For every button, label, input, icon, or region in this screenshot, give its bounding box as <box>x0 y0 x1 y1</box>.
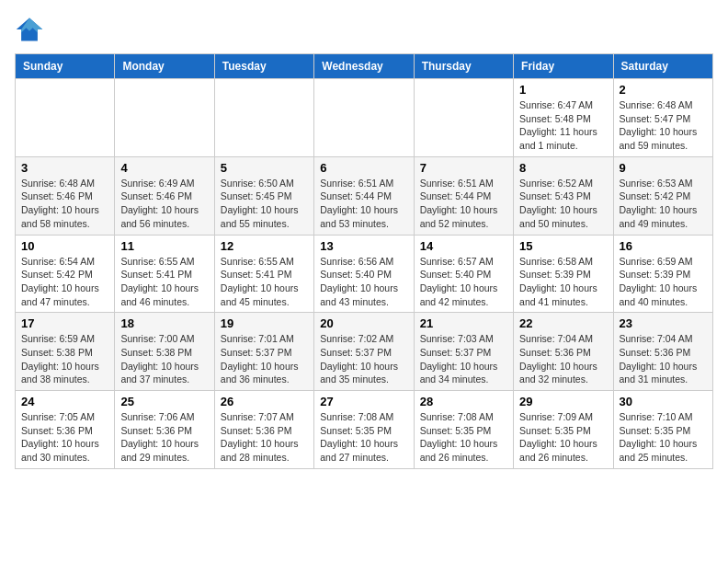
calendar-cell: 9Sunrise: 6:53 AM Sunset: 5:42 PM Daylig… <box>613 156 712 235</box>
calendar-cell <box>115 79 214 157</box>
day-info: Sunrise: 7:05 AM Sunset: 5:36 PM Dayligh… <box>21 410 108 465</box>
calendar-cell: 23Sunrise: 7:04 AM Sunset: 5:36 PM Dayli… <box>613 313 712 391</box>
day-info: Sunrise: 7:01 AM Sunset: 5:37 PM Dayligh… <box>221 332 308 386</box>
day-info: Sunrise: 6:55 AM Sunset: 5:41 PM Dayligh… <box>221 255 308 309</box>
day-info: Sunrise: 6:51 AM Sunset: 5:44 PM Dayligh… <box>420 177 507 231</box>
calendar-cell: 29Sunrise: 7:09 AM Sunset: 5:35 PM Dayli… <box>514 391 613 469</box>
calendar-cell: 13Sunrise: 6:56 AM Sunset: 5:40 PM Dayli… <box>314 235 414 313</box>
day-info: Sunrise: 7:06 AM Sunset: 5:36 PM Dayligh… <box>120 410 208 465</box>
day-info: Sunrise: 6:48 AM Sunset: 5:46 PM Dayligh… <box>21 177 108 231</box>
day-number: 26 <box>221 395 308 408</box>
calendar-cell: 22Sunrise: 7:04 AM Sunset: 5:36 PM Dayli… <box>514 313 613 391</box>
calendar-cell: 15Sunrise: 6:58 AM Sunset: 5:39 PM Dayli… <box>514 235 613 313</box>
day-number: 29 <box>519 395 607 408</box>
calendar-cell: 10Sunrise: 6:54 AM Sunset: 5:42 PM Dayli… <box>16 235 115 313</box>
calendar-week-row: 3Sunrise: 6:48 AM Sunset: 5:46 PM Daylig… <box>16 156 713 235</box>
calendar-cell: 12Sunrise: 6:55 AM Sunset: 5:41 PM Dayli… <box>214 235 313 313</box>
logo-icon <box>15 15 44 44</box>
day-number: 2 <box>620 83 707 97</box>
day-number: 14 <box>420 239 507 253</box>
calendar-cell: 3Sunrise: 6:48 AM Sunset: 5:46 PM Daylig… <box>16 156 115 235</box>
day-number: 22 <box>519 316 607 330</box>
day-info: Sunrise: 7:08 AM Sunset: 5:35 PM Dayligh… <box>320 410 407 465</box>
day-number: 13 <box>320 239 407 253</box>
day-number: 9 <box>620 161 707 175</box>
day-info: Sunrise: 6:55 AM Sunset: 5:41 PM Dayligh… <box>120 255 208 309</box>
day-info: Sunrise: 6:59 AM Sunset: 5:39 PM Dayligh… <box>620 255 707 309</box>
calendar-week-row: 10Sunrise: 6:54 AM Sunset: 5:42 PM Dayli… <box>16 235 713 313</box>
day-number: 27 <box>320 395 407 408</box>
calendar-cell: 30Sunrise: 7:10 AM Sunset: 5:35 PM Dayli… <box>613 391 712 469</box>
day-of-week-header: Thursday <box>414 54 513 79</box>
day-info: Sunrise: 6:59 AM Sunset: 5:38 PM Dayligh… <box>21 332 108 386</box>
calendar-cell: 20Sunrise: 7:02 AM Sunset: 5:37 PM Dayli… <box>314 313 414 391</box>
day-of-week-header: Saturday <box>613 54 712 79</box>
calendar-cell: 6Sunrise: 6:51 AM Sunset: 5:44 PM Daylig… <box>314 156 414 235</box>
day-info: Sunrise: 6:47 AM Sunset: 5:48 PM Dayligh… <box>519 98 607 153</box>
calendar-cell <box>414 79 513 157</box>
day-of-week-header: Wednesday <box>314 54 414 79</box>
day-number: 12 <box>221 239 308 253</box>
day-of-week-header: Monday <box>115 54 214 79</box>
calendar-cell: 24Sunrise: 7:05 AM Sunset: 5:36 PM Dayli… <box>16 391 115 469</box>
day-info: Sunrise: 6:52 AM Sunset: 5:43 PM Dayligh… <box>519 177 607 231</box>
calendar-cell: 7Sunrise: 6:51 AM Sunset: 5:44 PM Daylig… <box>414 156 513 235</box>
day-info: Sunrise: 6:56 AM Sunset: 5:40 PM Dayligh… <box>320 255 407 309</box>
day-info: Sunrise: 7:00 AM Sunset: 5:38 PM Dayligh… <box>120 332 208 386</box>
calendar-cell: 28Sunrise: 7:08 AM Sunset: 5:35 PM Dayli… <box>414 391 513 469</box>
day-number: 6 <box>320 161 407 175</box>
day-number: 3 <box>21 161 108 175</box>
calendar-cell: 4Sunrise: 6:49 AM Sunset: 5:46 PM Daylig… <box>115 156 214 235</box>
day-info: Sunrise: 7:04 AM Sunset: 5:36 PM Dayligh… <box>620 332 707 386</box>
calendar-week-row: 1Sunrise: 6:47 AM Sunset: 5:48 PM Daylig… <box>16 79 713 157</box>
day-info: Sunrise: 6:57 AM Sunset: 5:40 PM Dayligh… <box>420 255 507 309</box>
calendar-cell: 21Sunrise: 7:03 AM Sunset: 5:37 PM Dayli… <box>414 313 513 391</box>
day-info: Sunrise: 6:48 AM Sunset: 5:47 PM Dayligh… <box>620 98 707 153</box>
calendar-week-row: 17Sunrise: 6:59 AM Sunset: 5:38 PM Dayli… <box>16 313 713 391</box>
calendar-cell: 27Sunrise: 7:08 AM Sunset: 5:35 PM Dayli… <box>314 391 414 469</box>
day-number: 8 <box>519 161 607 175</box>
day-number: 30 <box>620 395 707 408</box>
logo <box>15 15 48 44</box>
day-info: Sunrise: 7:02 AM Sunset: 5:37 PM Dayligh… <box>320 332 407 386</box>
day-number: 21 <box>420 316 507 330</box>
calendar-cell: 25Sunrise: 7:06 AM Sunset: 5:36 PM Dayli… <box>115 391 214 469</box>
calendar-cell: 14Sunrise: 6:57 AM Sunset: 5:40 PM Dayli… <box>414 235 513 313</box>
day-info: Sunrise: 7:03 AM Sunset: 5:37 PM Dayligh… <box>420 332 507 386</box>
day-number: 23 <box>620 316 707 330</box>
day-number: 19 <box>221 316 308 330</box>
calendar-cell <box>214 79 313 157</box>
calendar-cell: 8Sunrise: 6:52 AM Sunset: 5:43 PM Daylig… <box>514 156 613 235</box>
day-info: Sunrise: 7:10 AM Sunset: 5:35 PM Dayligh… <box>620 410 707 465</box>
calendar-cell: 26Sunrise: 7:07 AM Sunset: 5:36 PM Dayli… <box>214 391 313 469</box>
calendar-cell: 5Sunrise: 6:50 AM Sunset: 5:45 PM Daylig… <box>214 156 313 235</box>
day-of-week-header: Sunday <box>16 54 115 79</box>
day-number: 18 <box>120 316 208 330</box>
calendar-cell: 19Sunrise: 7:01 AM Sunset: 5:37 PM Dayli… <box>214 313 313 391</box>
calendar-cell: 1Sunrise: 6:47 AM Sunset: 5:48 PM Daylig… <box>514 79 613 157</box>
calendar-cell: 2Sunrise: 6:48 AM Sunset: 5:47 PM Daylig… <box>613 79 712 157</box>
day-number: 10 <box>21 239 108 253</box>
day-number: 4 <box>120 161 208 175</box>
day-number: 5 <box>221 161 308 175</box>
day-info: Sunrise: 7:04 AM Sunset: 5:36 PM Dayligh… <box>519 332 607 386</box>
day-info: Sunrise: 6:54 AM Sunset: 5:42 PM Dayligh… <box>21 255 108 309</box>
calendar-cell <box>314 79 414 157</box>
calendar-table: SundayMondayTuesdayWednesdayThursdayFrid… <box>15 53 713 469</box>
day-number: 17 <box>21 316 108 330</box>
day-info: Sunrise: 7:08 AM Sunset: 5:35 PM Dayligh… <box>420 410 507 465</box>
day-number: 24 <box>21 395 108 408</box>
day-number: 1 <box>519 83 607 97</box>
day-number: 20 <box>320 316 407 330</box>
calendar-cell <box>16 79 115 157</box>
calendar-header-row: SundayMondayTuesdayWednesdayThursdayFrid… <box>16 54 713 79</box>
day-info: Sunrise: 6:51 AM Sunset: 5:44 PM Dayligh… <box>320 177 407 231</box>
day-number: 7 <box>420 161 507 175</box>
calendar-cell: 17Sunrise: 6:59 AM Sunset: 5:38 PM Dayli… <box>16 313 115 391</box>
day-info: Sunrise: 6:53 AM Sunset: 5:42 PM Dayligh… <box>620 177 707 231</box>
day-number: 25 <box>120 395 208 408</box>
calendar-cell: 18Sunrise: 7:00 AM Sunset: 5:38 PM Dayli… <box>115 313 214 391</box>
page-header <box>15 15 713 44</box>
day-number: 16 <box>620 239 707 253</box>
day-number: 11 <box>120 239 208 253</box>
